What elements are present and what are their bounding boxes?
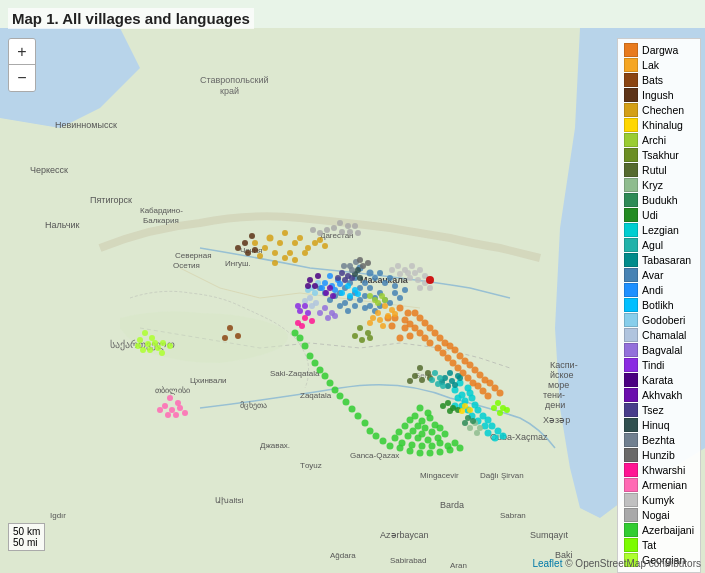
legend-label: Ingush [642, 89, 674, 101]
svg-point-366 [137, 337, 143, 343]
svg-text:Нальчик: Нальчик [45, 220, 80, 230]
svg-point-314 [349, 406, 356, 413]
legend-color-box [624, 73, 638, 87]
svg-point-271 [447, 408, 453, 414]
svg-point-249 [355, 267, 361, 273]
svg-text:Кабардино-: Кабардино- [140, 206, 183, 215]
svg-point-120 [437, 335, 444, 342]
svg-point-370 [140, 347, 146, 353]
svg-point-62 [242, 240, 248, 246]
svg-point-262 [477, 425, 483, 431]
svg-point-353 [347, 229, 353, 235]
zoom-out-button[interactable]: − [9, 65, 35, 91]
svg-point-97 [337, 303, 343, 309]
svg-point-352 [339, 229, 345, 235]
svg-text:Невинномысск: Невинномысск [55, 120, 117, 130]
legend-color-box [624, 313, 638, 327]
svg-point-164 [417, 365, 423, 371]
svg-point-242 [339, 270, 345, 276]
svg-point-337 [389, 267, 395, 273]
svg-point-279 [415, 423, 422, 430]
svg-point-206 [327, 273, 333, 279]
svg-point-354 [352, 223, 358, 229]
legend-item: Azerbaijani [624, 523, 694, 537]
svg-point-296 [419, 443, 426, 450]
svg-point-241 [330, 293, 336, 299]
legend-item: Archi [624, 133, 694, 147]
svg-point-61 [322, 243, 328, 249]
svg-text:Тoyuz: Тoyuz [300, 461, 322, 470]
legend-item: Tabasaran [624, 253, 694, 267]
legend-item: Godoberi [624, 313, 694, 327]
legend-item: Bats [624, 73, 694, 87]
svg-point-362 [497, 410, 503, 416]
svg-point-292 [396, 429, 403, 436]
zoom-controls: + − [8, 38, 36, 92]
svg-point-53 [305, 245, 311, 251]
svg-point-110 [412, 310, 419, 317]
svg-point-65 [245, 250, 251, 256]
svg-point-197 [457, 375, 463, 381]
svg-point-313 [355, 413, 362, 420]
svg-point-321 [312, 360, 319, 367]
svg-point-282 [402, 423, 409, 430]
svg-point-374 [167, 343, 173, 349]
svg-point-73 [372, 275, 378, 281]
svg-point-69 [222, 335, 228, 341]
svg-point-236 [307, 277, 313, 283]
svg-point-82 [392, 283, 398, 289]
svg-point-307 [397, 445, 404, 452]
svg-point-191 [500, 433, 507, 440]
svg-point-91 [357, 297, 363, 303]
legend-color-box [624, 463, 638, 477]
zoom-in-button[interactable]: + [9, 39, 35, 65]
svg-point-177 [469, 395, 476, 402]
leaflet-link[interactable]: Leaflet [532, 558, 562, 569]
legend-label: Botlikh [642, 299, 674, 311]
svg-point-379 [375, 300, 381, 306]
svg-point-230 [332, 313, 338, 319]
legend-label: Bats [642, 74, 663, 86]
svg-point-285 [429, 429, 436, 436]
svg-point-51 [297, 235, 303, 241]
legend-label: Hunzib [642, 449, 675, 461]
legend-color-box [624, 538, 638, 552]
svg-point-220 [312, 290, 318, 296]
svg-point-125 [440, 350, 447, 357]
legend-item: Botlikh [624, 298, 694, 312]
svg-point-372 [155, 345, 161, 351]
scale-bar: 50 km 50 mi [8, 523, 45, 551]
svg-point-211 [319, 285, 325, 291]
svg-point-318 [327, 380, 334, 387]
legend-color-box [624, 358, 638, 372]
svg-point-63 [249, 233, 255, 239]
svg-point-205 [440, 383, 446, 389]
svg-point-384 [426, 276, 434, 284]
svg-point-255 [365, 260, 371, 266]
svg-point-356 [324, 227, 330, 233]
legend-label: Andi [642, 284, 663, 296]
svg-text:тени-: тени- [543, 390, 565, 400]
svg-point-46 [262, 245, 268, 251]
svg-point-187 [489, 423, 496, 430]
svg-text:Aran: Aran [450, 561, 467, 570]
legend-label: Udi [642, 209, 658, 221]
legend-color-box [624, 223, 638, 237]
svg-point-216 [347, 293, 353, 299]
svg-text:Каспи-: Каспи- [550, 360, 578, 370]
osm-link: © OpenStreetMap contributors [565, 558, 701, 569]
svg-point-47 [282, 230, 288, 236]
legend-color-box [624, 178, 638, 192]
svg-point-334 [182, 410, 188, 416]
legend-label: Khinalug [642, 119, 683, 131]
svg-point-126 [452, 347, 459, 354]
svg-point-239 [327, 285, 333, 291]
legend-item: Nogai [624, 508, 694, 522]
svg-point-222 [307, 295, 313, 301]
svg-point-175 [455, 395, 462, 402]
svg-point-369 [135, 343, 141, 349]
legend-label: Lak [642, 59, 659, 71]
legend-item: Ingush [624, 88, 694, 102]
svg-point-202 [437, 375, 443, 381]
map-background: Невинномысск Черкесск Пятигорск Нальчик … [0, 28, 705, 573]
